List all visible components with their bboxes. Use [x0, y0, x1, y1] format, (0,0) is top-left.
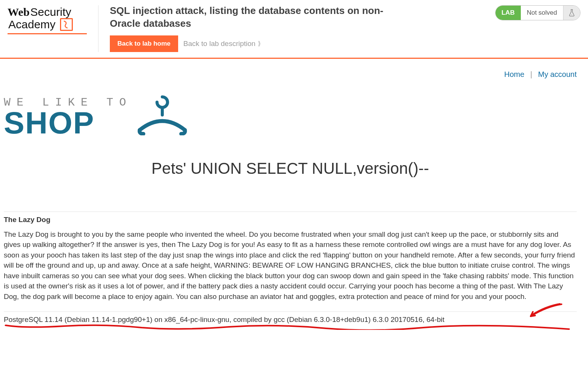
db-version-row: PostgreSQL 11.14 (Debian 11.14-1.pgdg90+…: [4, 311, 577, 324]
flask-icon: [563, 6, 580, 20]
lab-badge: LAB: [496, 6, 521, 20]
back-to-lab-description-link[interactable]: Back to lab description ⟩⟩: [183, 40, 259, 48]
logo-word-2: Security: [30, 6, 71, 18]
logo[interactable]: Web Security Academy: [8, 3, 87, 34]
back-to-lab-home-button[interactable]: Back to lab home: [110, 35, 178, 52]
lab-status-text: Not solved: [521, 6, 563, 20]
product-item-body: The Lazy Dog is brought to you by the sa…: [4, 229, 577, 302]
db-version-text: PostgreSQL 11.14 (Debian 11.14-1.pgdg90+…: [4, 316, 445, 324]
page-content: Home | My account WE LIKE TO SHOP Pets' …: [0, 59, 588, 339]
logo-mark-icon: [60, 18, 73, 31]
top-nav: Home | My account: [4, 70, 577, 79]
divider: [4, 211, 577, 212]
chevron-right-double-icon: ⟩⟩: [258, 40, 259, 47]
page-heading: Pets' UNION SELECT NULL,version()--: [4, 159, 577, 178]
back-to-lab-description-label: Back to lab description: [183, 40, 256, 48]
annotation-arrow-icon: [524, 301, 565, 320]
product-item-title: The Lazy Dog: [4, 216, 577, 224]
nav-home-link[interactable]: Home: [504, 70, 524, 78]
shop-banner: WE LIKE TO SHOP: [4, 94, 577, 137]
header-mid: SQL injection attack, listing the databa…: [110, 3, 484, 52]
product-item: The Lazy Dog The Lazy Dog is brought to …: [4, 216, 577, 302]
hanger-icon: [136, 94, 189, 137]
vertical-divider: [98, 5, 99, 52]
nav-separator: |: [530, 70, 532, 78]
lab-title: SQL injection attack, listing the databa…: [110, 5, 412, 30]
svg-point-0: [571, 14, 572, 15]
nav-my-account-link[interactable]: My account: [538, 70, 577, 78]
lab-header: Web Security Academy SQL injection attac…: [0, 0, 588, 59]
logo-word-1: Web: [8, 6, 29, 18]
lab-status-widget: LAB Not solved: [495, 5, 580, 20]
banner-title: SHOP: [4, 109, 132, 137]
logo-word-3: Academy: [8, 18, 55, 31]
